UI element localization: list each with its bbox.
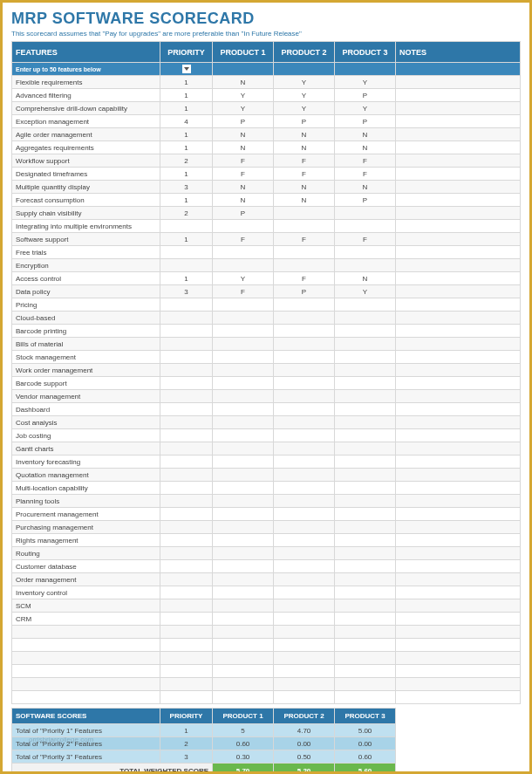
product2-cell[interactable]: P [274,285,335,298]
product2-cell[interactable] [274,613,335,626]
product2-cell[interactable] [274,220,335,233]
notes-cell[interactable] [396,403,521,416]
product2-cell[interactable] [274,665,335,678]
priority-cell[interactable]: 3 [160,285,213,298]
notes-cell[interactable] [396,678,521,691]
priority-cell[interactable]: 1 [160,194,213,207]
product1-cell[interactable]: N [213,181,274,194]
priority-cell[interactable] [160,613,213,626]
product1-cell[interactable]: F [213,154,274,168]
notes-cell[interactable] [396,89,521,102]
notes-cell[interactable] [396,586,521,599]
priority-cell[interactable]: 1 [160,141,213,154]
feature-cell[interactable]: Procurement management [12,508,160,521]
product3-cell[interactable]: N [335,272,396,285]
product3-cell[interactable] [335,469,396,482]
feature-cell[interactable]: Multiple quantity display [12,181,160,194]
notes-cell[interactable] [396,691,521,704]
priority-cell[interactable] [160,469,213,482]
feature-cell[interactable]: Dashboard [12,403,160,416]
product2-cell[interactable] [274,599,335,613]
feature-cell[interactable]: Software support [12,233,160,246]
product3-cell[interactable] [335,665,396,678]
product3-cell[interactable] [335,560,396,573]
product1-cell[interactable] [213,639,274,652]
product3-cell[interactable]: P [335,89,396,102]
feature-cell[interactable]: Stock management [12,351,160,364]
feature-cell[interactable]: Vendor management [12,390,160,403]
product2-cell[interactable] [274,351,335,364]
product2-cell[interactable] [274,495,335,508]
product1-cell[interactable]: F [213,285,274,298]
product3-cell[interactable] [335,521,396,534]
product1-cell[interactable] [213,259,274,272]
priority-cell[interactable] [160,390,213,403]
product1-cell[interactable] [213,508,274,521]
notes-cell[interactable] [396,128,521,141]
product2-cell[interactable]: F [274,154,335,168]
product1-cell[interactable] [213,390,274,403]
product2-cell[interactable] [274,691,335,704]
feature-cell[interactable]: Forecast consumption [12,194,160,207]
priority-cell[interactable] [160,298,213,312]
product1-cell[interactable] [213,665,274,678]
product2-cell[interactable]: P [274,115,335,128]
product2-cell[interactable] [274,364,335,377]
product3-cell[interactable] [335,613,396,626]
priority-dropdown-cell[interactable] [160,63,213,76]
product1-cell[interactable] [213,377,274,390]
priority-cell[interactable] [160,665,213,678]
notes-cell[interactable] [396,259,521,272]
feature-cell[interactable]: Designated timeframes [12,168,160,181]
notes-cell[interactable] [396,76,521,89]
feature-cell[interactable] [12,652,160,665]
priority-cell[interactable]: 2 [160,207,213,220]
product1-cell[interactable] [213,364,274,377]
product1-cell[interactable] [213,455,274,469]
feature-cell[interactable]: Routing [12,547,160,560]
notes-cell[interactable] [396,626,521,639]
feature-cell[interactable]: Quotation management [12,469,160,482]
feature-cell[interactable]: Encryption [12,259,160,272]
notes-cell[interactable] [396,508,521,521]
product1-cell[interactable] [213,469,274,482]
feature-cell[interactable]: Data policy [12,285,160,298]
priority-cell[interactable]: 3 [160,181,213,194]
product3-cell[interactable] [335,220,396,233]
notes-cell[interactable] [396,469,521,482]
notes-cell[interactable] [396,233,521,246]
notes-cell[interactable] [396,154,521,168]
priority-cell[interactable]: 1 [160,89,213,102]
product3-cell[interactable] [335,351,396,364]
product2-cell[interactable] [274,259,335,272]
product1-cell[interactable]: F [213,233,274,246]
header-product-2[interactable]: PRODUCT 2 [274,42,335,63]
product3-cell[interactable] [335,416,396,429]
notes-cell[interactable] [396,312,521,325]
feature-cell[interactable]: Cloud-based [12,312,160,325]
product1-cell[interactable] [213,298,274,312]
notes-cell[interactable] [396,599,521,613]
priority-cell[interactable] [160,599,213,613]
feature-cell[interactable]: Workflow support [12,154,160,168]
feature-cell[interactable]: Access control [12,272,160,285]
notes-cell[interactable] [396,573,521,586]
feature-cell[interactable]: Gantt charts [12,442,160,455]
product2-cell[interactable]: N [274,194,335,207]
priority-cell[interactable] [160,482,213,495]
notes-cell[interactable] [396,285,521,298]
header-product-3[interactable]: PRODUCT 3 [335,42,396,63]
product1-cell[interactable]: N [213,76,274,89]
product1-cell[interactable] [213,626,274,639]
product3-cell[interactable]: F [335,154,396,168]
product2-cell[interactable] [274,312,335,325]
product1-cell[interactable]: N [213,141,274,154]
product3-cell[interactable] [335,403,396,416]
product1-cell[interactable] [213,246,274,259]
priority-cell[interactable] [160,259,213,272]
feature-cell[interactable]: Bills of material [12,338,160,351]
priority-cell[interactable] [160,586,213,599]
priority-cell[interactable] [160,652,213,665]
feature-cell[interactable]: Integrating into multiple environments [12,220,160,233]
product2-cell[interactable] [274,534,335,547]
